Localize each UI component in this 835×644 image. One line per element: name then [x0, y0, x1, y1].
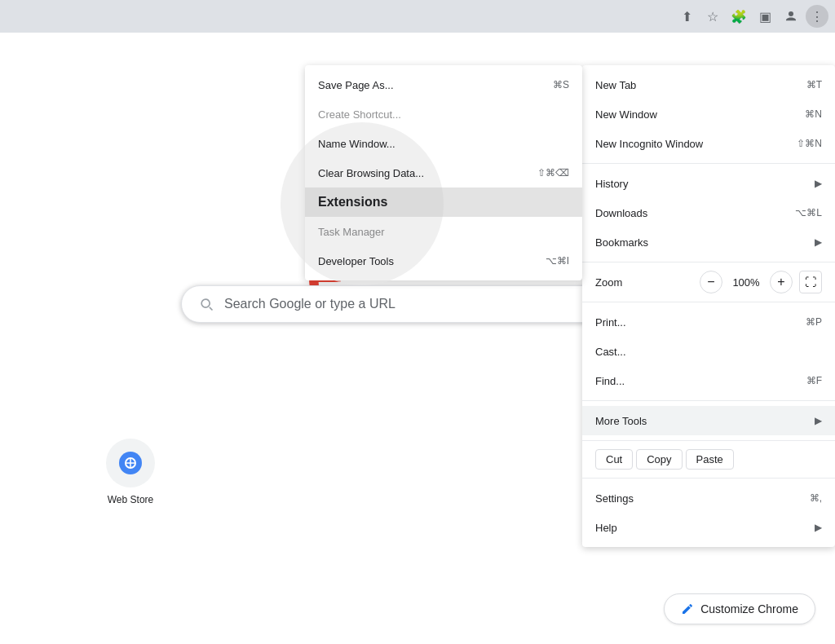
menu-item-help[interactable]: Help ▶: [582, 513, 835, 542]
webstore-shortcut[interactable]: Web Store: [106, 439, 155, 505]
menu-shortcut-find: ⌘F: [806, 375, 822, 386]
divider-4: [582, 400, 835, 401]
menu-item-name-window[interactable]: Name Window...: [305, 129, 582, 158]
menu-label-extensions: Extensions: [318, 195, 387, 210]
menu-shortcut-incognito: ⇧⌘N: [797, 138, 822, 149]
menu-label-find: Find...: [595, 375, 625, 387]
menu-item-new-window[interactable]: New Window ⌘N: [582, 99, 835, 129]
menu-item-incognito[interactable]: New Incognito Window ⇧⌘N: [582, 129, 835, 158]
menu-item-bookmarks[interactable]: Bookmarks ▶: [582, 227, 835, 257]
search-placeholder: Search Google or type a URL: [224, 297, 395, 311]
menu-shortcut-save-page: ⌘S: [553, 79, 569, 90]
menu-label-create-shortcut: Create Shortcut...: [318, 108, 401, 121]
share-button[interactable]: ⬆: [675, 5, 698, 28]
menu-label-devtools: Developer Tools: [318, 255, 394, 267]
menu-shortcut-devtools: ⌥⌘I: [546, 255, 569, 267]
zoom-controls: − 100% + ⛶: [700, 271, 822, 293]
menu-item-task-manager[interactable]: Task Manager: [305, 217, 582, 246]
webstore-icon-circle: [106, 439, 155, 487]
menu-shortcut-settings: ⌘,: [810, 492, 822, 504]
zoom-fullscreen-button[interactable]: ⛶: [799, 271, 822, 293]
menu-label-help: Help: [595, 522, 617, 534]
customize-chrome-label: Customize Chrome: [700, 602, 798, 615]
divider-6: [582, 478, 835, 479]
menu-label-incognito: New Incognito Window: [595, 138, 703, 150]
paste-button[interactable]: Paste: [686, 449, 734, 470]
cut-button[interactable]: Cut: [595, 449, 633, 470]
menu-item-clear-data[interactable]: Clear Browsing Data... ⇧⌘⌫: [305, 158, 582, 187]
menu-label-settings: Settings: [595, 492, 634, 505]
menu-label-more-tools: More Tools: [595, 415, 647, 427]
menu-item-devtools[interactable]: Developer Tools ⌥⌘I: [305, 246, 582, 276]
divider-3: [582, 302, 835, 302]
arrow-icon-history: ▶: [815, 178, 822, 189]
menu-shortcut-new-window: ⌘N: [805, 108, 822, 120]
menu-label-new-window: New Window: [595, 108, 657, 121]
menu-label-print: Print...: [595, 316, 626, 329]
menu-item-cast[interactable]: Cast...: [582, 337, 835, 366]
menu-shortcut-downloads: ⌥⌘L: [795, 207, 822, 218]
menu-shortcut-new-tab: ⌘T: [806, 79, 822, 90]
menu-label-save-page: Save Page As...: [318, 79, 394, 91]
customize-chrome-button[interactable]: Customize Chrome: [664, 593, 815, 624]
pen-icon: [681, 602, 694, 615]
zoom-label: Zoom: [595, 276, 700, 289]
edit-row: Cut Copy Paste: [582, 446, 835, 473]
menu-label-name-window: Name Window...: [318, 138, 395, 150]
chrome-menu: New Tab ⌘T New Window ⌘N New Incognito W…: [582, 65, 835, 547]
arrow-icon-help: ▶: [815, 522, 822, 533]
sidebar-button[interactable]: ▣: [753, 5, 776, 28]
menu-label-history: History: [595, 178, 628, 190]
webstore-label: Web Store: [108, 494, 153, 505]
extensions-button[interactable]: 🧩: [727, 5, 750, 28]
menu-item-history[interactable]: History ▶: [582, 169, 835, 198]
toolbar-icons: ⬆ ☆ 🧩 ▣ ⋮: [675, 5, 828, 28]
menu-item-find[interactable]: Find... ⌘F: [582, 366, 835, 395]
browser-content: G o o g l e Search Google or type a URL …: [0, 33, 835, 644]
more-menu-button[interactable]: ⋮: [806, 5, 828, 28]
menu-shortcut-print: ⌘P: [806, 316, 822, 328]
search-icon: [198, 296, 214, 312]
divider-1: [582, 163, 835, 164]
zoom-value: 100%: [726, 276, 767, 289]
edit-buttons: Cut Copy Paste: [595, 449, 734, 470]
divider-5: [582, 440, 835, 441]
menu-label-bookmarks: Bookmarks: [595, 236, 648, 249]
arrow-icon-more-tools: ▶: [815, 415, 822, 426]
zoom-increase-button[interactable]: +: [770, 271, 793, 293]
zoom-row: Zoom − 100% + ⛶: [582, 267, 835, 297]
divider-2: [582, 262, 835, 262]
copy-button[interactable]: Copy: [636, 449, 682, 470]
menu-item-more-tools[interactable]: More Tools ▶: [582, 406, 835, 435]
menu-label-cast: Cast...: [595, 346, 626, 358]
arrow-icon-bookmarks: ▶: [815, 236, 822, 248]
menu-item-settings[interactable]: Settings ⌘,: [582, 483, 835, 513]
menu-item-print[interactable]: Print... ⌘P: [582, 307, 835, 337]
menu-label-task-manager: Task Manager: [318, 226, 385, 238]
zoom-decrease-button[interactable]: −: [700, 271, 722, 293]
menu-label-new-tab: New Tab: [595, 79, 636, 91]
menu-label-downloads: Downloads: [595, 207, 647, 219]
menu-label-clear-data: Clear Browsing Data...: [318, 167, 424, 179]
svg-point-0: [789, 11, 793, 16]
bookmark-button[interactable]: ☆: [701, 5, 724, 28]
browser-toolbar: ⬆ ☆ 🧩 ▣ ⋮: [0, 0, 835, 33]
profile-button[interactable]: [780, 5, 802, 28]
menu-item-save-page[interactable]: Save Page As... ⌘S: [305, 70, 582, 99]
menu-item-downloads[interactable]: Downloads ⌥⌘L: [582, 198, 835, 227]
menu-item-extensions[interactable]: Extensions: [305, 187, 582, 217]
menu-item-new-tab[interactable]: New Tab ⌘T: [582, 70, 835, 99]
menu-item-create-shortcut[interactable]: Create Shortcut...: [305, 99, 582, 129]
more-tools-menu: Save Page As... ⌘S Create Shortcut... Na…: [305, 65, 582, 280]
menu-shortcut-clear-data: ⇧⌘⌫: [537, 167, 569, 179]
